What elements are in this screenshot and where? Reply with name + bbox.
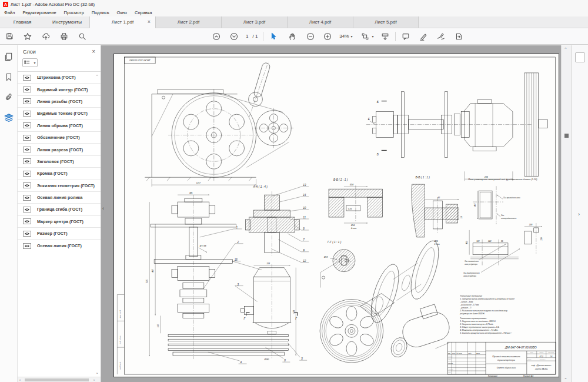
menu-file[interactable]: Файл (4, 10, 15, 15)
scroll-down-icon[interactable]: ⌄ (564, 376, 567, 380)
document-vertical-scrollbar[interactable]: ⌃ ⌄ (561, 45, 571, 382)
svg-text:4. Мощность электродвигателя -: 4. Мощность электродвигателя - 7,5 кВт. (460, 329, 498, 331)
layer-options-button[interactable]: ▾ (22, 58, 38, 67)
svg-text:86: 86 (501, 240, 503, 243)
svg-text:План размещения отверстий под: План размещения отверстий под фундаментн… (468, 178, 537, 181)
scroll-left-icon[interactable]: ‹ (19, 378, 21, 381)
layer-row[interactable]: Линия обрыва (ГОСТ) (18, 120, 101, 132)
eye-icon[interactable] (23, 75, 31, 81)
menu-view[interactable]: Просмотр (64, 10, 84, 15)
tools-panel-button[interactable] (575, 52, 585, 62)
layer-row[interactable]: Размер (ГОСТ) (18, 228, 101, 240)
svg-text:122: 122 (476, 240, 480, 243)
collapse-panel-icon[interactable]: ‹ (102, 205, 104, 211)
corner-doc-number: ДМ-ЭКГ-54-07.00.00ВО (129, 59, 151, 61)
svg-text:138: 138 (540, 237, 543, 241)
layers-icon[interactable] (4, 113, 14, 125)
layer-row[interactable]: Заголовок (ГОСТ) (18, 156, 101, 168)
export-icon[interactable] (454, 32, 463, 41)
tab-document-1[interactable]: Лист 1.pdf × (89, 16, 155, 28)
menu-sign[interactable]: Подпись (92, 10, 109, 15)
layer-row[interactable]: Видимый контур (ГОСТ) (18, 84, 101, 95)
layer-row[interactable]: Видимые тонкие (ГОСТ) (18, 108, 101, 119)
eye-icon[interactable] (23, 171, 31, 177)
eye-icon[interactable] (23, 218, 31, 224)
attachments-icon[interactable] (5, 93, 13, 104)
star-icon[interactable] (23, 32, 32, 41)
svg-text:В-В ( 1 : 1 ): В-В ( 1 : 1 ) (416, 176, 430, 179)
previous-page-icon[interactable] (212, 32, 221, 41)
chevron-down-icon[interactable]: ▾ (350, 34, 352, 38)
print-icon[interactable] (59, 32, 69, 41)
menu-help[interactable]: Справка (135, 10, 152, 15)
tab-tools[interactable]: Инструменты (45, 16, 89, 28)
zoom-level-dropdown[interactable]: 34% (339, 34, 349, 39)
hand-tool-icon[interactable] (288, 32, 297, 41)
eye-icon[interactable] (23, 111, 31, 117)
tab-document-4[interactable]: Лист 4.pdf (287, 16, 353, 28)
layer-row[interactable]: Кромка (ГОСТ) (18, 168, 101, 180)
scrollbar-thumb[interactable] (25, 378, 89, 381)
layer-row[interactable]: Маркер центра (ГОСТ) (18, 216, 101, 228)
svg-text:Ø14: Ø14 (350, 224, 355, 227)
eye-icon[interactable] (23, 122, 31, 128)
eye-icon[interactable] (23, 231, 31, 237)
sign-icon[interactable] (436, 32, 446, 41)
fit-page-icon[interactable] (360, 32, 370, 41)
motor-view: Г Г 224 638 Ø280 (241, 263, 298, 361)
menu-window[interactable]: Окно (117, 10, 127, 15)
svg-text:Дата: Дата (476, 353, 480, 354)
save-icon[interactable] (5, 32, 14, 41)
tab-document-3[interactable]: Лист 3.pdf (221, 16, 287, 28)
eye-icon[interactable] (23, 243, 31, 249)
eye-icon[interactable] (23, 87, 31, 92)
tab-home[interactable]: Главная (0, 16, 45, 28)
eye-icon[interactable] (23, 182, 31, 188)
share-icon[interactable] (41, 32, 51, 41)
panel-horizontal-scrollbar[interactable]: ‹ › (18, 377, 101, 382)
layer-row[interactable]: Осевая линия (ГОСТ) (18, 240, 101, 251)
scroll-up-icon[interactable]: ⌃ (95, 74, 99, 78)
layer-row[interactable]: Осевая линия ролика (18, 192, 101, 204)
tab-close-icon[interactable]: × (148, 19, 151, 25)
footer-copied: Копировал (488, 375, 497, 377)
title-block-doc-number: ДМ-ЭКГ-54-07.00.00ВО (505, 346, 537, 349)
comment-icon[interactable] (401, 32, 410, 41)
expand-panel-icon[interactable]: › (578, 211, 580, 217)
scroll-up-icon[interactable]: ⌃ (564, 47, 567, 52)
eye-icon[interactable] (23, 147, 31, 152)
eye-icon[interactable] (23, 158, 31, 164)
chevron-down-icon[interactable]: ▾ (372, 34, 373, 38)
svg-text:Ось приводного вала: Ось приводного вала (503, 197, 520, 199)
svg-text:Ø18: Ø18 (323, 256, 328, 258)
page-number-input[interactable]: 1 (246, 34, 248, 39)
layer-row[interactable]: Линия резьбы (ГОСТ) (18, 96, 101, 108)
zoom-in-icon[interactable] (323, 32, 332, 41)
bookmarks-icon[interactable] (5, 73, 13, 84)
zoom-out-icon[interactable] (306, 32, 315, 41)
layer-row[interactable]: Обозначение (ГОСТ) (18, 132, 101, 144)
eye-icon[interactable] (23, 195, 31, 201)
layer-row[interactable]: Эскизная геометрия (ГОСТ) (18, 180, 101, 192)
menu-edit[interactable]: Редактирование (22, 10, 56, 15)
svg-text:15: 15 (235, 258, 238, 261)
close-icon[interactable]: × (92, 49, 95, 55)
scroll-right-icon[interactable]: › (93, 378, 95, 381)
search-icon[interactable] (78, 32, 87, 41)
scroll-down-icon[interactable]: ⌄ (95, 370, 99, 374)
fit-width-icon[interactable] (380, 32, 390, 41)
tab-document-2[interactable]: Лист 2.pdf (155, 16, 221, 28)
tab-document-5[interactable]: Лист 5.pdf (353, 16, 419, 28)
layer-row[interactable]: Штриховка (ГОСТ)⌃ (18, 72, 101, 84)
eye-icon[interactable] (23, 98, 31, 104)
page-thumbnails-icon[interactable] (4, 52, 13, 64)
layer-row[interactable]: Линия разреза (ГОСТ) (18, 144, 101, 155)
select-tool-icon[interactable] (269, 32, 278, 41)
next-page-icon[interactable] (229, 32, 239, 41)
eye-icon[interactable] (23, 135, 31, 141)
eye-icon[interactable] (23, 207, 31, 212)
scrollbar-thumb[interactable] (564, 134, 569, 138)
highlight-pen-icon[interactable] (419, 32, 428, 41)
svg-text:13: 13 (303, 184, 306, 187)
layer-row[interactable]: Граница сгиба (ГОСТ) (18, 204, 101, 215)
